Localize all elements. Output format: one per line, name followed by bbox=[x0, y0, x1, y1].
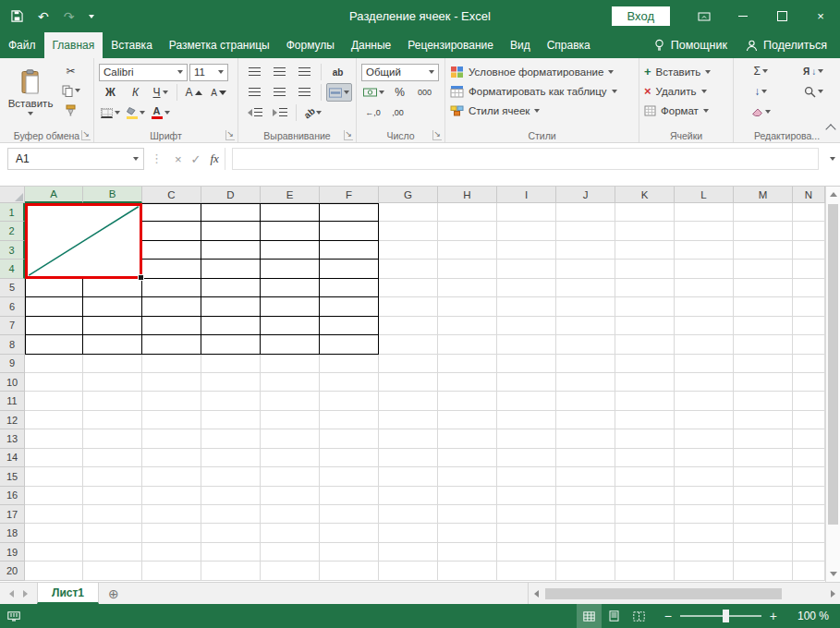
cell-G6[interactable] bbox=[379, 297, 438, 316]
cell-J2[interactable] bbox=[556, 222, 615, 240]
cell-H16[interactable] bbox=[438, 487, 497, 505]
cell-C14[interactable] bbox=[142, 449, 201, 467]
cell-L18[interactable] bbox=[675, 524, 734, 542]
cell-E15[interactable] bbox=[261, 467, 320, 486]
cell-B8[interactable] bbox=[83, 335, 142, 354]
cell-M6[interactable] bbox=[734, 297, 793, 316]
cell-C1[interactable] bbox=[142, 203, 201, 222]
cell-A11[interactable] bbox=[25, 392, 83, 410]
confirm-entry-icon[interactable]: ✓ bbox=[191, 152, 201, 166]
row-header-13[interactable]: 13 bbox=[0, 429, 25, 448]
cell-A16[interactable] bbox=[25, 487, 83, 505]
row-header-1[interactable]: 1 bbox=[0, 203, 25, 222]
cell-F9[interactable] bbox=[320, 355, 379, 373]
cell-H15[interactable] bbox=[438, 467, 497, 486]
cancel-entry-icon[interactable]: × bbox=[175, 152, 182, 166]
column-header-G[interactable]: G bbox=[379, 187, 438, 203]
cell-H14[interactable] bbox=[438, 449, 497, 467]
cell-F3[interactable] bbox=[320, 241, 379, 260]
cell-K15[interactable] bbox=[615, 467, 675, 486]
font-name-combo[interactable]: Calibri bbox=[99, 64, 188, 81]
cell-E11[interactable] bbox=[261, 392, 320, 410]
row-header-16[interactable]: 16 bbox=[0, 487, 25, 505]
cell-A7[interactable] bbox=[25, 317, 83, 335]
find-select-button[interactable] bbox=[790, 82, 836, 101]
cell-H6[interactable] bbox=[438, 297, 497, 316]
cell-K20[interactable] bbox=[615, 562, 675, 580]
cell-M14[interactable] bbox=[734, 449, 793, 467]
italic-button[interactable]: К bbox=[124, 83, 147, 102]
cell-E20[interactable] bbox=[261, 562, 320, 580]
cell-I5[interactable] bbox=[497, 279, 556, 297]
cell-K10[interactable] bbox=[615, 373, 675, 392]
cell-E3[interactable] bbox=[261, 241, 320, 260]
cell-M20[interactable] bbox=[734, 562, 793, 580]
cell-L9[interactable] bbox=[675, 355, 734, 373]
cell-H20[interactable] bbox=[438, 562, 497, 580]
cell-H9[interactable] bbox=[438, 355, 497, 373]
cell-F5[interactable] bbox=[320, 279, 379, 297]
cell-D14[interactable] bbox=[201, 449, 261, 467]
cell-A10[interactable] bbox=[25, 373, 83, 392]
zoom-slider-thumb[interactable] bbox=[723, 610, 729, 622]
cell-J3[interactable] bbox=[556, 241, 615, 260]
cell-D17[interactable] bbox=[201, 505, 261, 524]
zoom-in-button[interactable]: + bbox=[770, 610, 777, 622]
ribbon-tab-6[interactable]: Данные bbox=[343, 32, 399, 58]
cell-G9[interactable] bbox=[379, 355, 438, 373]
cell-G11[interactable] bbox=[379, 392, 438, 410]
cell-G5[interactable] bbox=[379, 279, 438, 297]
cell-M2[interactable] bbox=[734, 222, 793, 240]
cell-F17[interactable] bbox=[320, 505, 379, 524]
cell-F16[interactable] bbox=[320, 487, 379, 505]
column-header-J[interactable]: J bbox=[556, 187, 615, 203]
cell-M11[interactable] bbox=[734, 392, 793, 410]
cell-L1[interactable] bbox=[675, 203, 734, 222]
format-painter-icon[interactable] bbox=[59, 101, 82, 119]
cell-H4[interactable] bbox=[438, 260, 497, 278]
redo-icon[interactable]: ↷ bbox=[64, 9, 75, 24]
zoom-out-button[interactable]: − bbox=[664, 610, 672, 622]
cell-K14[interactable] bbox=[615, 449, 675, 467]
column-header-F[interactable]: F bbox=[320, 187, 379, 203]
alignment-dialog-launcher-icon[interactable]: ↘ bbox=[344, 130, 353, 140]
cell-C8[interactable] bbox=[142, 335, 201, 354]
cell-C17[interactable] bbox=[142, 505, 201, 524]
row-header-8[interactable]: 8 bbox=[0, 335, 25, 354]
cell-L16[interactable] bbox=[675, 487, 734, 505]
cell-F20[interactable] bbox=[320, 562, 379, 580]
cell-M4[interactable] bbox=[734, 260, 793, 278]
cell-D4[interactable] bbox=[201, 260, 261, 278]
cell-J12[interactable] bbox=[556, 411, 615, 429]
cell-H8[interactable] bbox=[438, 335, 497, 354]
cell-N14[interactable] bbox=[793, 449, 825, 467]
cell-N2[interactable] bbox=[793, 222, 825, 240]
cell-C11[interactable] bbox=[142, 392, 201, 410]
cell-H2[interactable] bbox=[438, 222, 497, 240]
cell-C2[interactable] bbox=[142, 222, 201, 240]
cell-D7[interactable] bbox=[201, 317, 261, 335]
cell-F13[interactable] bbox=[320, 429, 379, 448]
cell-L8[interactable] bbox=[675, 335, 734, 354]
cell-I11[interactable] bbox=[497, 392, 556, 410]
increase-indent-button[interactable] bbox=[268, 103, 291, 122]
fill-button[interactable]: ↓ bbox=[738, 82, 783, 101]
row-header-2[interactable]: 2 bbox=[0, 222, 25, 240]
row-header-7[interactable]: 7 bbox=[0, 317, 25, 335]
shrink-font-button[interactable]: A bbox=[207, 83, 230, 102]
cell-G20[interactable] bbox=[379, 562, 438, 580]
bold-button[interactable]: Ж bbox=[99, 83, 122, 102]
cell-M18[interactable] bbox=[734, 524, 793, 542]
format-cells-button[interactable]: Формат bbox=[644, 101, 729, 120]
cell-A20[interactable] bbox=[25, 562, 83, 580]
cell-J18[interactable] bbox=[556, 524, 615, 542]
vertical-scroll-track[interactable] bbox=[826, 202, 840, 566]
cell-G8[interactable] bbox=[379, 335, 438, 354]
cell-N16[interactable] bbox=[793, 487, 825, 505]
format-as-table-button[interactable]: Форматировать как таблицу bbox=[450, 81, 635, 101]
cell-A17[interactable] bbox=[25, 505, 83, 524]
cell-I17[interactable] bbox=[497, 505, 556, 524]
cell-E10[interactable] bbox=[261, 373, 320, 392]
row-header-19[interactable]: 19 bbox=[0, 543, 25, 562]
cell-D18[interactable] bbox=[201, 524, 261, 542]
